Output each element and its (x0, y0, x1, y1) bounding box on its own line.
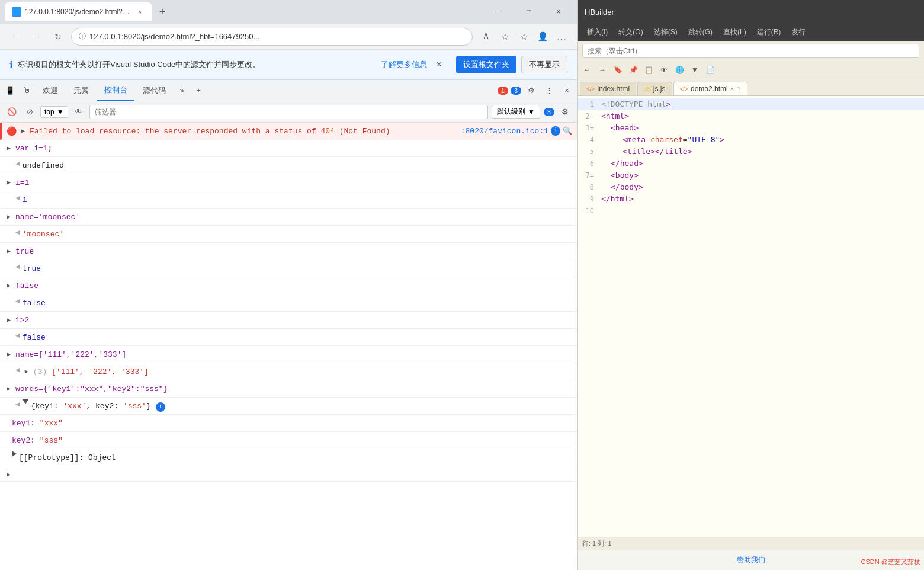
error-info-button[interactable]: i (551, 126, 560, 136)
expand-btn-3[interactable]: ▶ (5, 178, 13, 187)
expand-btn-14: ▶ (5, 367, 13, 376)
hb-copy-btn[interactable]: 📋 (641, 63, 656, 77)
console-row-11: ▶ 1>2 (0, 312, 577, 329)
tab-welcome[interactable]: 欢迎 (36, 80, 65, 101)
filter-input[interactable] (89, 105, 488, 119)
close-button[interactable]: × (545, 2, 572, 21)
hb-tab-demo2-pin[interactable]: ⊓ (736, 86, 741, 92)
hb-extra-btn[interactable]: 📄 (703, 63, 717, 77)
object-collapse-btn[interactable] (23, 399, 28, 404)
line-content-1: <!DOCTYPE html> (599, 98, 924, 110)
add-tab-button[interactable]: + (191, 83, 206, 98)
hbuilder-panel: HBuilder 插入(I) 转义(O) 选择(S) 跳转(G) 查找(L) 运… (578, 0, 924, 570)
console-text-16: {key1: 'xxx', key2: 'sss'} i (31, 399, 572, 412)
code-line-8: 8 </body> (578, 181, 924, 193)
object-info-btn[interactable]: i (156, 402, 165, 412)
dont-show-button[interactable]: 不再显示 (521, 56, 567, 73)
forward-button[interactable]: → (28, 28, 45, 45)
hb-back-btn[interactable]: ← (580, 63, 594, 77)
status-position: 行: 1 列: 1 (582, 539, 612, 548)
menu-publish[interactable]: 发行 (787, 25, 810, 40)
console-settings-button[interactable]: ⚙ (558, 105, 572, 119)
result-arrow-12: ◀ (15, 331, 20, 340)
hb-preview-btn[interactable]: 👁 (657, 63, 671, 77)
clear-console-button[interactable]: 🚫 (5, 105, 19, 119)
expand-btn-7[interactable]: ▶ (5, 247, 13, 255)
info-banner-close[interactable]: × (437, 59, 442, 70)
error-meta: :8020/favicon.ico:1 i 🔍 (461, 124, 572, 136)
read-mode-button[interactable]: Ａ (477, 28, 494, 45)
tab-elements[interactable]: 元素 (66, 80, 96, 101)
code-line-1: 1 <!DOCTYPE html> (578, 98, 924, 110)
set-root-folder-button[interactable]: 设置根文件夹 (456, 56, 516, 73)
more-tabs-button[interactable]: » (174, 83, 190, 98)
expand-btn-1[interactable]: ▶ (5, 144, 13, 152)
devtools-cursor-icon[interactable]: 🖱 (19, 83, 34, 98)
prototype-expand-btn[interactable] (12, 451, 17, 457)
code-editor[interactable]: 1 <!DOCTYPE html> 2= <html> 3= <head> 4 … (578, 96, 924, 537)
browser-window: 🌐 127.0.0.1:8020/js/demo2.html?_... × + … (0, 0, 578, 570)
active-tab[interactable]: 🌐 127.0.0.1:8020/js/demo2.html?_... × (5, 2, 152, 21)
expand-btn-13[interactable]: ▶ (5, 350, 13, 358)
eye-button[interactable]: 👁 (72, 105, 86, 119)
hb-browser-btn[interactable]: 🌐 (672, 63, 686, 77)
menu-select[interactable]: 选择(S) (649, 25, 682, 40)
hb-browser-arrow[interactable]: ▼ (688, 63, 702, 77)
hb-tab-js[interactable]: JS js.js (637, 82, 672, 95)
hb-forward-btn[interactable]: → (595, 63, 609, 77)
hb-tab-demo2[interactable]: </> demo2.html × ⊓ (673, 82, 748, 95)
account-button[interactable]: 👤 (534, 28, 551, 45)
collections-button[interactable]: ☆ (515, 28, 532, 45)
hb-tab-js-icon: JS (644, 86, 651, 92)
more-button[interactable]: … (553, 28, 570, 45)
reload-button[interactable]: ↻ (50, 28, 66, 45)
devtools-settings-button[interactable]: ⚙ (524, 83, 539, 98)
console-text-10: false (23, 296, 572, 309)
menu-jump[interactable]: 跳转(G) (684, 25, 717, 40)
error-source-link[interactable]: :8020/favicon.ico:1 (461, 126, 548, 136)
hbuilder-search-input[interactable] (582, 44, 919, 58)
tab-console[interactable]: 控制台 (97, 80, 134, 101)
info-learn-more-link[interactable]: 了解更多信息 (381, 59, 427, 70)
console-row-1: ▶ var i=1; (0, 140, 577, 157)
error-search-button[interactable]: 🔍 (563, 126, 572, 136)
line-content-6: </head> (599, 158, 924, 169)
expand-btn-5[interactable]: ▶ (5, 213, 13, 221)
minimize-button[interactable]: ─ (486, 2, 513, 21)
hb-pin-btn[interactable]: 📌 (626, 63, 640, 77)
line-content-9: </html> (599, 193, 924, 205)
favorites-button[interactable]: ☆ (496, 28, 513, 45)
url-bar[interactable]: ⓘ 127.0.0.1:8020/js/demo2.html?_hbt=1664… (71, 28, 473, 46)
console-toolbar: 🚫 ⊘ top ▼ 👁 默认级别 ▼ 3 ⚙ (0, 101, 577, 123)
hb-bookmark-btn[interactable]: 🔖 (611, 63, 625, 77)
frame-selector[interactable]: top ▼ (40, 106, 68, 118)
console-row-10: ▶ ◀ false (0, 294, 577, 312)
console-text-14: (3) ['111', '222', '333'] (33, 365, 572, 378)
tab-sources[interactable]: 源代码 (136, 80, 173, 101)
hb-tab-demo2-icon: </> (680, 86, 688, 92)
new-tab-button[interactable]: + (154, 4, 171, 20)
devtools-devices-icon[interactable]: 📱 (2, 83, 18, 98)
array-expand-14[interactable]: ▶ (23, 367, 31, 376)
menu-run[interactable]: 运行(R) (752, 25, 786, 40)
level-selector[interactable]: 默认级别 ▼ (492, 105, 540, 119)
filter-toggle-button[interactable]: ⊘ (23, 105, 37, 119)
expand-btn-11[interactable]: ▶ (5, 316, 13, 324)
menu-escape[interactable]: 转义(O) (614, 25, 647, 40)
back-button[interactable]: ← (7, 28, 24, 45)
hb-tab-demo2-close[interactable]: × (730, 85, 734, 92)
menu-insert[interactable]: 插入(I) (582, 25, 612, 40)
error-expand-button[interactable]: ▶ (19, 127, 27, 135)
tab-close-button[interactable]: × (135, 7, 145, 17)
hb-tab-index[interactable]: </> index.html (580, 82, 636, 95)
expand-btn-9[interactable]: ▶ (5, 281, 13, 290)
expand-btn-15[interactable]: ▶ (5, 385, 13, 393)
error-icon: 🔴 (7, 126, 17, 136)
maximize-button[interactable]: □ (515, 2, 543, 21)
devtools-dock-button[interactable]: ⋮ (541, 83, 557, 98)
line-content-3: <head> (599, 122, 924, 134)
menu-find[interactable]: 查找(L) (718, 25, 751, 40)
window-controls: ─ □ × (486, 2, 572, 21)
expand-btn-prompt[interactable]: ▶ (5, 470, 13, 479)
devtools-close-button[interactable]: × (559, 83, 575, 98)
